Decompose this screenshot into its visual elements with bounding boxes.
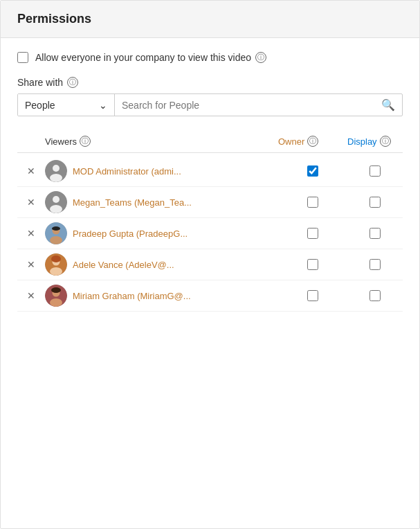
display-checkbox[interactable] <box>369 165 381 177</box>
table-row: ✕ Miriam Graham (MiriamG@... <box>17 280 403 312</box>
viewer-name: MOD Administrator (admi... <box>73 166 181 177</box>
remove-cell: ✕ <box>17 195 45 209</box>
viewers-section: Viewers ⓘ Owner ⓘ Display ⓘ ✕ <box>17 130 403 312</box>
owner-info-icon[interactable]: ⓘ <box>307 136 318 147</box>
chevron-down-icon: ⌄ <box>99 100 107 111</box>
viewer-name: Megan_Teams (Megan_Tea... <box>73 197 192 208</box>
allow-everyone-checkbox[interactable] <box>17 52 28 63</box>
dropdown-value: People <box>25 100 55 111</box>
remove-viewer-button[interactable]: ✕ <box>26 226 37 240</box>
remove-cell: ✕ <box>17 164 45 178</box>
remove-cell: ✕ <box>17 258 45 271</box>
display-checkbox[interactable] <box>369 259 381 270</box>
owner-checkbox[interactable] <box>307 259 318 270</box>
remove-viewer-button[interactable]: ✕ <box>26 289 37 303</box>
viewers-info-icon[interactable]: ⓘ <box>80 136 91 147</box>
allow-everyone-label: Allow everyone in your company to view t… <box>35 52 266 63</box>
svg-point-17 <box>51 287 61 293</box>
viewer-rows-container: ✕ MOD Administrator (admi... ✕ <box>17 156 403 312</box>
svg-rect-9 <box>52 226 60 231</box>
remove-cell: ✕ <box>17 226 45 240</box>
owner-checkbox[interactable] <box>307 165 318 177</box>
owner-cell <box>278 228 347 239</box>
owner-cell <box>278 290 347 301</box>
viewer-info: MOD Administrator (admi... <box>45 160 278 182</box>
owner-checkbox[interactable] <box>307 228 318 239</box>
owner-cell <box>278 197 347 208</box>
owner-checkbox[interactable] <box>307 197 318 208</box>
viewers-column-header: Viewers ⓘ <box>45 136 278 147</box>
table-row: ✕ Pradeep Gupta (PradeepG... <box>17 218 403 249</box>
display-checkbox[interactable] <box>369 228 381 239</box>
search-box: 🔍 <box>115 94 402 116</box>
svg-point-1 <box>53 165 60 172</box>
display-column-header: Display ⓘ <box>347 136 403 147</box>
avatar <box>45 285 67 307</box>
svg-point-16 <box>50 298 62 307</box>
viewers-table-header: Viewers ⓘ Owner ⓘ Display ⓘ <box>17 130 403 153</box>
allow-everyone-info-icon[interactable]: ⓘ <box>255 52 266 63</box>
svg-point-12 <box>50 267 62 276</box>
share-with-info-icon[interactable]: ⓘ <box>67 77 78 88</box>
remove-cell: ✕ <box>17 289 45 303</box>
table-row: ✕ MOD Administrator (admi... <box>17 156 403 187</box>
panel-body: Allow everyone in your company to view t… <box>1 38 419 325</box>
display-cell <box>347 165 403 177</box>
share-with-controls: People ⌄ 🔍 <box>17 93 403 116</box>
share-with-section: Share with ⓘ People ⌄ 🔍 <box>17 77 403 116</box>
viewer-name: Pradeep Gupta (PradeepG... <box>73 228 188 239</box>
display-cell <box>347 259 403 270</box>
remove-viewer-button[interactable]: ✕ <box>26 258 37 271</box>
people-dropdown[interactable]: People ⌄ <box>18 94 115 116</box>
remove-viewer-button[interactable]: ✕ <box>26 195 37 209</box>
avatar <box>45 191 67 213</box>
table-row: ✕ Adele Vance (AdeleV@... <box>17 249 403 280</box>
display-checkbox[interactable] <box>369 290 381 301</box>
svg-point-2 <box>50 174 62 182</box>
avatar <box>45 253 67 276</box>
viewer-info: Pradeep Gupta (PradeepG... <box>45 222 278 244</box>
svg-point-8 <box>50 236 62 244</box>
display-checkbox[interactable] <box>369 197 381 208</box>
viewer-name: Adele Vance (AdeleV@... <box>73 260 174 270</box>
display-info-icon[interactable]: ⓘ <box>380 136 391 147</box>
svg-point-4 <box>53 196 60 203</box>
search-input[interactable] <box>122 100 376 111</box>
owner-cell <box>278 165 347 177</box>
owner-checkbox[interactable] <box>307 290 318 301</box>
allow-everyone-row: Allow everyone in your company to view t… <box>17 52 403 63</box>
owner-cell <box>278 259 347 270</box>
share-with-label: Share with ⓘ <box>17 77 403 88</box>
permissions-panel: Permissions Allow everyone in your compa… <box>0 0 420 529</box>
owner-column-header: Owner ⓘ <box>278 136 347 147</box>
search-icon: 🔍 <box>381 98 395 111</box>
display-cell <box>347 228 403 239</box>
panel-title: Permissions <box>17 12 403 26</box>
viewer-info: Miriam Graham (MiriamG@... <box>45 285 278 307</box>
avatar <box>45 160 67 182</box>
viewer-info: Adele Vance (AdeleV@... <box>45 253 278 276</box>
remove-viewer-button[interactable]: ✕ <box>26 164 37 178</box>
display-cell <box>347 290 403 301</box>
viewer-name: Miriam Graham (MiriamG@... <box>73 291 191 301</box>
viewer-info: Megan_Teams (Megan_Tea... <box>45 191 278 213</box>
svg-point-13 <box>51 255 61 262</box>
avatar <box>45 222 67 244</box>
display-cell <box>347 197 403 208</box>
panel-header: Permissions <box>1 1 419 38</box>
svg-point-5 <box>50 205 62 213</box>
table-row: ✕ Megan_Teams (Megan_Tea... <box>17 187 403 218</box>
